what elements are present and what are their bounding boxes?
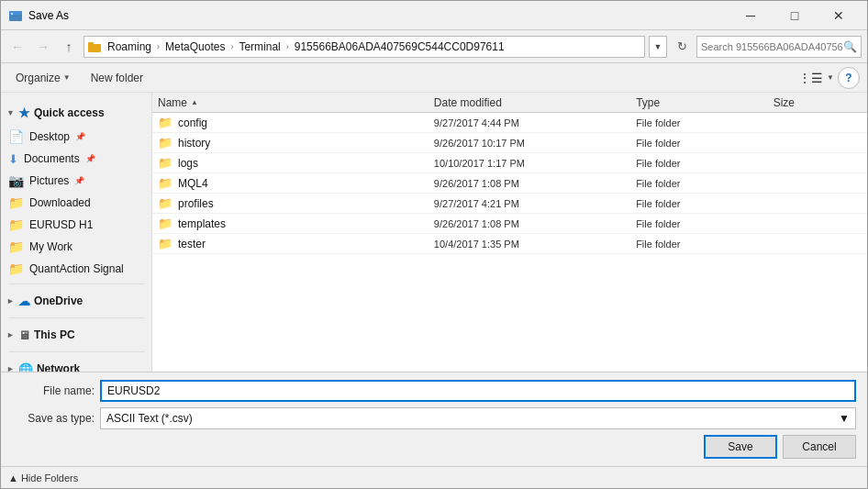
address-bar: ← → ↑ Roaming › MetaQuotes › Terminal › … [1, 30, 867, 63]
table-row[interactable]: 📁 tester 10/4/2017 1:35 PM File folder [152, 234, 867, 254]
svg-rect-2 [11, 13, 13, 15]
view-options-button[interactable]: ⋮☰ [797, 67, 823, 89]
refresh-button[interactable]: ↻ [671, 36, 693, 58]
documents-icon: ⬇ [8, 152, 18, 166]
sidebar-quick-access-section[interactable]: ▼ ★ Quick access [1, 100, 151, 126]
organize-dropdown-icon: ▼ [63, 73, 71, 82]
breadcrumb: Roaming › MetaQuotes › Terminal › 915566… [105, 39, 640, 54]
mywork-icon: 📁 [8, 239, 24, 254]
eurusd-icon: 📁 [8, 217, 24, 232]
maximize-button[interactable]: □ [773, 1, 816, 30]
network-collapse-icon: ► [6, 364, 15, 372]
new-folder-button[interactable]: New folder [83, 67, 150, 89]
table-row[interactable]: 📁 MQL4 9/26/2017 1:08 PM File folder [152, 173, 867, 194]
column-type[interactable]: Type [632, 96, 770, 109]
path-roaming[interactable]: Roaming [105, 39, 154, 54]
view-dropdown-icon: ▼ [827, 73, 834, 82]
back-button[interactable]: ← [6, 36, 28, 58]
file-list-header: Name ▲ Date modified Type Size [152, 93, 867, 113]
file-name-cell: 📁 profiles [156, 196, 430, 210]
help-button[interactable]: ? [838, 67, 860, 89]
organize-button[interactable]: Organize ▼ [8, 67, 78, 89]
file-type: File folder [632, 158, 770, 169]
address-dropdown-button[interactable]: ▼ [649, 36, 667, 58]
minimize-button[interactable]: ─ [729, 1, 772, 30]
pictures-pin-badge: 📌 [74, 176, 84, 185]
cancel-button[interactable]: Cancel [783, 435, 856, 459]
bottom-buttons: Save Cancel [12, 435, 856, 459]
toolbar: Organize ▼ New folder ⋮☰ ▼ ? [1, 63, 867, 93]
filetype-label: Save as type: [12, 412, 95, 425]
filename-row: File name: [12, 380, 856, 402]
file-type: File folder [632, 117, 770, 128]
file-name: MQL4 [178, 177, 208, 190]
search-icon: 🔍 [843, 40, 857, 53]
sidebar-item-pictures[interactable]: 📷 Pictures 📌 [1, 170, 151, 192]
bottom-area: File name: Save as type: ASCII Text (*.c… [1, 372, 867, 466]
file-type: File folder [632, 218, 770, 229]
file-date: 9/27/2017 4:21 PM [430, 198, 632, 209]
quick-access-collapse-icon: ▼ [6, 108, 15, 117]
column-size[interactable]: Size [770, 96, 863, 109]
footer-bar: ▲ Hide Folders [1, 466, 867, 488]
file-name: logs [178, 157, 198, 170]
table-row[interactable]: 📁 history 9/26/2017 10:17 PM File folder [152, 133, 867, 153]
sidebar-thispc-section[interactable]: ► 🖥 This PC [1, 322, 151, 348]
file-name-cell: 📁 tester [156, 237, 430, 250]
sidebar-item-desktop[interactable]: 📄 Desktop 📌 [1, 126, 151, 148]
filename-label: File name: [12, 384, 95, 397]
close-button[interactable]: ✕ [818, 1, 860, 30]
dialog-title: Save As [28, 9, 729, 22]
svg-rect-3 [88, 44, 101, 52]
sidebar-item-mywork[interactable]: 📁 My Work [1, 236, 151, 258]
folder-icon: 📁 [158, 136, 172, 150]
table-row[interactable]: 📁 logs 10/10/2017 1:17 PM File folder [152, 153, 867, 173]
sidebar-label-pictures: Pictures [29, 174, 69, 187]
file-type: File folder [632, 138, 770, 149]
sidebar-item-documents[interactable]: ⬇ Documents 📌 [1, 148, 151, 170]
table-row[interactable]: 📁 config 9/27/2017 4:44 PM File folder [152, 113, 867, 133]
filename-input[interactable] [100, 380, 856, 402]
filetype-row: Save as type: ASCII Text (*.csv) ▼ [12, 407, 856, 429]
filetype-select[interactable]: ASCII Text (*.csv) ▼ [100, 407, 856, 429]
file-type: File folder [632, 178, 770, 189]
onedrive-icon: ☁ [18, 295, 30, 308]
table-row[interactable]: 📁 profiles 9/27/2017 4:21 PM File folder [152, 194, 867, 214]
quick-access-star-icon: ★ [18, 106, 30, 120]
folder-icon: 📁 [158, 196, 172, 210]
save-button[interactable]: Save [704, 435, 777, 459]
search-box[interactable]: 🔍 [696, 36, 862, 58]
sidebar-item-quantaction[interactable]: 📁 QuantAction Signal [1, 258, 151, 280]
forward-button[interactable]: → [32, 36, 54, 58]
sidebar-divider-2 [8, 317, 144, 318]
up-button[interactable]: ↑ [58, 36, 80, 58]
sidebar: ▼ ★ Quick access 📄 Desktop 📌 ⬇ Documents… [1, 93, 152, 372]
filetype-dropdown-icon: ▼ [839, 412, 850, 425]
path-hash[interactable]: 915566BA06ADA407569C544CC0D97611 [292, 39, 507, 54]
folder-icon: 📁 [158, 116, 172, 129]
file-type: File folder [632, 239, 770, 250]
hide-folders-link[interactable]: ▲ Hide Folders [8, 472, 78, 483]
onedrive-label: OneDrive [34, 295, 83, 307]
search-input[interactable] [701, 41, 843, 52]
sidebar-item-downloaded[interactable]: 📁 Downloaded [1, 192, 151, 214]
sidebar-network-section[interactable]: ► 🌐 Network [1, 356, 151, 372]
main-content: ▼ ★ Quick access 📄 Desktop 📌 ⬇ Documents… [1, 93, 867, 372]
sidebar-onedrive-section[interactable]: ► ☁ OneDrive [1, 288, 151, 314]
column-date[interactable]: Date modified [430, 96, 632, 109]
column-name[interactable]: Name ▲ [156, 93, 430, 112]
sidebar-item-eurusd[interactable]: 📁 EURUSD H1 [1, 214, 151, 236]
file-date: 9/27/2017 4:44 PM [430, 117, 632, 128]
table-row[interactable]: 📁 templates 9/26/2017 1:08 PM File folde… [152, 214, 867, 234]
path-terminal[interactable]: Terminal [236, 39, 283, 54]
address-path-box[interactable]: Roaming › MetaQuotes › Terminal › 915566… [83, 36, 645, 58]
downloaded-icon: 📁 [8, 195, 24, 210]
sidebar-label-mywork: My Work [29, 240, 72, 253]
sidebar-divider-3 [8, 351, 144, 352]
file-name: config [178, 117, 207, 129]
sidebar-divider-1 [8, 283, 144, 284]
hide-folders-label: Hide Folders [21, 472, 78, 483]
folder-icon: 📁 [158, 217, 172, 230]
path-metaquotes[interactable]: MetaQuotes [162, 39, 228, 54]
file-name-cell: 📁 history [156, 136, 430, 150]
